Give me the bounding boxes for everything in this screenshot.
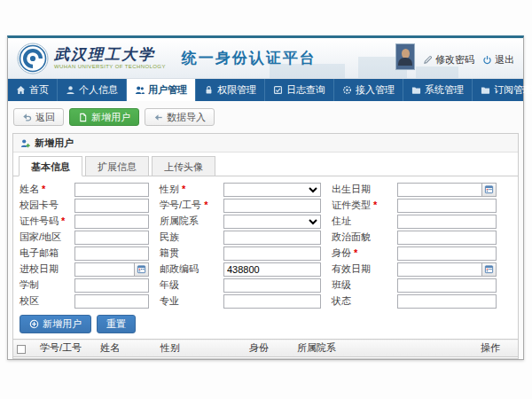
app-window: 武汉理工大学 WUHAN UNIVERSITY OF TECHNOLOGY 统一…	[7, 35, 524, 360]
schooling-length-input[interactable]	[74, 278, 149, 293]
ethnicity-input[interactable]	[223, 231, 321, 245]
back-button[interactable]: 返回	[13, 108, 64, 126]
submit-add-user-button[interactable]: 新增用户	[20, 315, 91, 333]
form-field-political-status: 政治面貌	[332, 230, 507, 245]
campus-input[interactable]	[74, 294, 149, 309]
form-field-address: 住址	[332, 214, 507, 229]
required-asterisk: *	[373, 200, 377, 210]
field-control	[397, 215, 497, 229]
student-id-input[interactable]	[223, 199, 321, 213]
university-name: 武汉理工大学	[54, 47, 166, 62]
form-field-status: 状态	[332, 293, 507, 309]
id-type-input[interactable]	[397, 199, 497, 213]
user-photo-shoulders	[398, 58, 412, 66]
change-password-label: 修改密码	[435, 53, 474, 66]
plus-circle-icon	[29, 319, 39, 329]
political-status-input[interactable]	[397, 231, 497, 245]
field-label: 证件号码 *	[20, 215, 74, 228]
address-input[interactable]	[397, 215, 497, 229]
country-region-input[interactable]	[74, 231, 149, 245]
change-password-link[interactable]: 修改密码	[423, 53, 474, 73]
app-header: 武汉理工大学 WUHAN UNIVERSITY OF TECHNOLOGY 统一…	[8, 38, 523, 79]
identity-input[interactable]	[397, 246, 497, 261]
nav-tab-log-query[interactable]: 日志查询	[265, 79, 334, 101]
nav-tab-label: 接入管理	[356, 83, 395, 97]
field-control	[223, 278, 321, 293]
class-input[interactable]	[397, 278, 497, 293]
field-label: 有效日期	[332, 262, 397, 276]
column-header-name: 姓名	[97, 340, 157, 357]
nav-tab-access-mgmt[interactable]: 接入管理	[334, 79, 403, 101]
university-logo-icon	[17, 43, 49, 74]
postal-code-input[interactable]	[223, 262, 321, 277]
form-field-entry-date: 进校日期	[20, 262, 160, 277]
calendar-icon[interactable]	[481, 184, 496, 196]
field-label: 身份 *	[332, 246, 397, 260]
field-control	[223, 294, 321, 309]
tab-upload-avatar[interactable]: 上传头像	[152, 156, 215, 176]
required-asterisk: *	[182, 184, 185, 194]
required-asterisk: *	[42, 184, 45, 194]
field-control	[397, 231, 497, 245]
reset-button[interactable]: 重置	[97, 315, 136, 333]
nav-tab-label: 首页	[29, 83, 49, 97]
gender-select[interactable]	[223, 183, 321, 197]
field-label: 政治面貌	[332, 231, 397, 244]
data-import-button[interactable]: 数据导入	[145, 108, 215, 126]
nav-tab-subscription-mgmt[interactable]: 订阅管理	[473, 79, 532, 101]
form-field-country-region: 国家/地区	[20, 230, 160, 245]
form-field-major: 专业	[160, 293, 332, 309]
tab-extended-info[interactable]: 扩展信息	[85, 156, 149, 176]
nav-tab-user-mgmt[interactable]: 用户管理	[127, 79, 196, 101]
nav-tab-label: 日志查询	[286, 83, 325, 97]
user-photo	[395, 43, 415, 70]
field-control	[223, 246, 321, 261]
add-user-button[interactable]: 新增用户	[69, 108, 139, 126]
field-label: 姓名 *	[20, 183, 74, 196]
name-input[interactable]	[74, 183, 149, 197]
form-actions: 新增用户重置	[13, 311, 518, 333]
university-name-block: 武汉理工大学 WUHAN UNIVERSITY OF TECHNOLOGY	[54, 47, 166, 69]
form-field-campus-card: 校园卡号	[20, 198, 160, 213]
form-field-email: 电子邮箱	[20, 246, 160, 261]
form-field-student-id: 学号/工号 *	[160, 198, 332, 213]
home-icon	[16, 85, 26, 95]
nav-tab-perm-mgmt[interactable]: 权限管理	[196, 79, 265, 101]
field-control	[397, 278, 497, 293]
form-field-ethnicity: 民族	[160, 230, 332, 245]
field-label: 邮政编码	[160, 262, 223, 276]
id-number-input[interactable]	[74, 215, 149, 229]
major-input[interactable]	[223, 294, 321, 309]
campus-card-input[interactable]	[74, 199, 149, 213]
form-field-class: 班级	[332, 278, 507, 293]
field-control	[397, 199, 497, 213]
field-control	[74, 278, 149, 293]
form-field-id-type: 证件类型 *	[332, 198, 507, 213]
nav-tab-profile[interactable]: 个人信息	[58, 79, 127, 101]
panel-title: 新增用户	[35, 137, 74, 150]
form-field-postal-code: 邮政编码	[160, 262, 332, 277]
nav-tab-home[interactable]: 首页	[8, 79, 58, 101]
status-input[interactable]	[397, 294, 497, 309]
column-header-identity: 身份	[246, 340, 293, 357]
field-control	[223, 215, 321, 229]
select-all-checkbox[interactable]	[17, 345, 26, 354]
user-form: 姓名 *性别 *出生日期校园卡号学号/工号 *证件类型 *证件号码 *所属院系住…	[13, 176, 518, 311]
platform-title: 统一身份认证平台	[182, 48, 317, 68]
form-field-campus: 校区	[20, 293, 160, 309]
column-header-select-all	[13, 340, 36, 357]
button-label: 新增用户	[43, 317, 82, 331]
field-label: 学制	[20, 278, 74, 292]
calendar-icon[interactable]	[134, 263, 148, 276]
field-control	[74, 246, 149, 261]
email-input[interactable]	[74, 246, 149, 261]
native-place-input[interactable]	[223, 246, 321, 261]
nav-tab-system-mgmt[interactable]: 系统管理	[403, 79, 473, 101]
tab-basic-info[interactable]: 基本信息	[19, 156, 82, 176]
lock-icon	[204, 85, 214, 95]
logout-link[interactable]: 退出	[482, 53, 514, 73]
department-select[interactable]	[223, 215, 321, 229]
calendar-icon[interactable]	[481, 263, 496, 276]
grade-input[interactable]	[223, 278, 321, 293]
field-label: 所属院系	[160, 215, 223, 228]
